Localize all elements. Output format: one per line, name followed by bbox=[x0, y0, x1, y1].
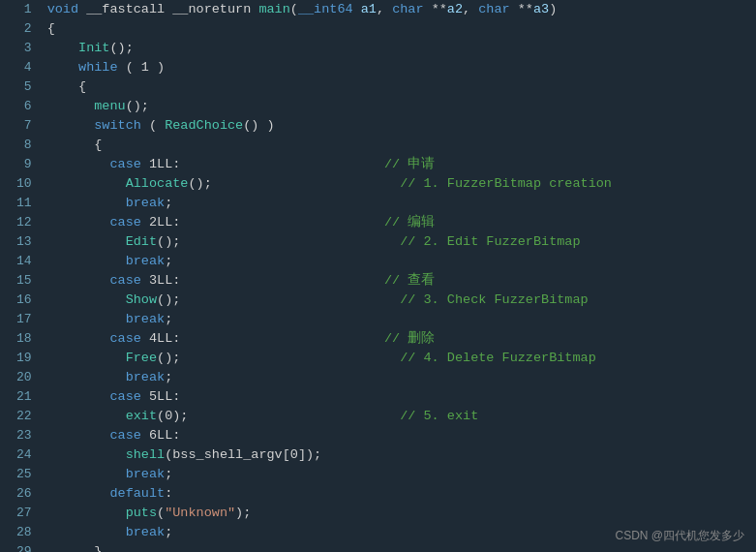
line-number: 24 bbox=[0, 445, 44, 465]
table-row: 5 { bbox=[0, 77, 756, 97]
table-row: 7 switch ( ReadChoice() ) bbox=[0, 116, 756, 136]
table-row: 9 case 1LL: // 申请 bbox=[0, 155, 756, 174]
table-row: 22 exit(0); // 5. exit bbox=[0, 407, 756, 426]
line-number: 11 bbox=[0, 194, 44, 213]
table-row: 3 Init(); bbox=[0, 39, 756, 58]
table-row: 10 Allocate(); // 1. FuzzerBitmap creati… bbox=[0, 174, 756, 194]
line-number: 20 bbox=[0, 368, 44, 387]
watermark: CSDN @四代机您发多少 bbox=[615, 528, 744, 544]
table-row: 13 Edit(); // 2. Edit FuzzerBitmap bbox=[0, 232, 756, 252]
line-number: 9 bbox=[0, 155, 44, 174]
line-content: case 1LL: // 申请 bbox=[44, 155, 756, 174]
line-content: case 3LL: // 查看 bbox=[44, 271, 756, 291]
line-number: 1 bbox=[0, 0, 44, 19]
line-content: exit(0); // 5. exit bbox=[44, 407, 756, 426]
table-row: 19 Free(); // 4. Delete FuzzerBitmap bbox=[0, 349, 756, 368]
line-number: 18 bbox=[0, 329, 44, 349]
line-number: 7 bbox=[0, 116, 44, 136]
line-number: 28 bbox=[0, 523, 44, 542]
table-row: 1void __fastcall __noreturn main(__int64… bbox=[0, 0, 756, 19]
line-number: 3 bbox=[0, 39, 44, 58]
table-row: 11 break; bbox=[0, 194, 756, 213]
line-number: 15 bbox=[0, 271, 44, 291]
line-number: 13 bbox=[0, 232, 44, 252]
code-table: 1void __fastcall __noreturn main(__int64… bbox=[0, 0, 756, 552]
line-content: break; bbox=[44, 310, 756, 329]
line-number: 14 bbox=[0, 252, 44, 271]
line-content: Init(); bbox=[44, 39, 756, 58]
table-row: 18 case 4LL: // 删除 bbox=[0, 329, 756, 349]
line-content: case 6LL: bbox=[44, 426, 756, 445]
table-row: 24 shell(bss_shell_argv[0]); bbox=[0, 445, 756, 465]
table-row: 17 break; bbox=[0, 310, 756, 329]
line-content: Edit(); // 2. Edit FuzzerBitmap bbox=[44, 232, 756, 252]
line-content: puts("Unknown"); bbox=[44, 504, 756, 523]
line-number: 16 bbox=[0, 291, 44, 310]
table-row: 15 case 3LL: // 查看 bbox=[0, 271, 756, 291]
line-content: break; bbox=[44, 465, 756, 484]
table-row: 8 { bbox=[0, 136, 756, 155]
line-number: 19 bbox=[0, 349, 44, 368]
code-container: 1void __fastcall __noreturn main(__int64… bbox=[0, 0, 756, 552]
line-content: menu(); bbox=[44, 97, 756, 116]
line-number: 27 bbox=[0, 504, 44, 523]
line-number: 23 bbox=[0, 426, 44, 445]
line-content: case 5LL: bbox=[44, 387, 756, 407]
table-row: 12 case 2LL: // 编辑 bbox=[0, 213, 756, 232]
line-content: { bbox=[44, 77, 756, 97]
line-content: break; bbox=[44, 368, 756, 387]
table-row: 14 break; bbox=[0, 252, 756, 271]
line-content: Show(); // 3. Check FuzzerBitmap bbox=[44, 291, 756, 310]
table-row: 25 break; bbox=[0, 465, 756, 484]
line-number: 25 bbox=[0, 465, 44, 484]
line-number: 22 bbox=[0, 407, 44, 426]
line-content: { bbox=[44, 19, 756, 39]
table-row: 16 Show(); // 3. Check FuzzerBitmap bbox=[0, 291, 756, 310]
line-content: case 2LL: // 编辑 bbox=[44, 213, 756, 232]
line-number: 6 bbox=[0, 97, 44, 116]
line-content: Allocate(); // 1. FuzzerBitmap creation bbox=[44, 174, 756, 194]
line-number: 29 bbox=[0, 542, 44, 552]
line-content: while ( 1 ) bbox=[44, 58, 756, 77]
line-content: break; bbox=[44, 252, 756, 271]
line-content: Free(); // 4. Delete FuzzerBitmap bbox=[44, 349, 756, 368]
line-number: 21 bbox=[0, 387, 44, 407]
table-row: 26 default: bbox=[0, 484, 756, 504]
line-content: void __fastcall __noreturn main(__int64 … bbox=[44, 0, 756, 19]
table-row: 4 while ( 1 ) bbox=[0, 58, 756, 77]
line-content: shell(bss_shell_argv[0]); bbox=[44, 445, 756, 465]
table-row: 21 case 5LL: bbox=[0, 387, 756, 407]
table-row: 23 case 6LL: bbox=[0, 426, 756, 445]
line-content: switch ( ReadChoice() ) bbox=[44, 116, 756, 136]
line-number: 10 bbox=[0, 174, 44, 194]
line-number: 12 bbox=[0, 213, 44, 232]
line-number: 2 bbox=[0, 19, 44, 39]
line-content: break; bbox=[44, 194, 756, 213]
table-row: 6 menu(); bbox=[0, 97, 756, 116]
table-row: 2{ bbox=[0, 19, 756, 39]
line-content: case 4LL: // 删除 bbox=[44, 329, 756, 349]
line-number: 26 bbox=[0, 484, 44, 504]
line-number: 5 bbox=[0, 77, 44, 97]
table-row: 27 puts("Unknown"); bbox=[0, 504, 756, 523]
line-content: default: bbox=[44, 484, 756, 504]
line-number: 17 bbox=[0, 310, 44, 329]
line-number: 8 bbox=[0, 136, 44, 155]
table-row: 20 break; bbox=[0, 368, 756, 387]
line-content: { bbox=[44, 136, 756, 155]
line-number: 4 bbox=[0, 58, 44, 77]
